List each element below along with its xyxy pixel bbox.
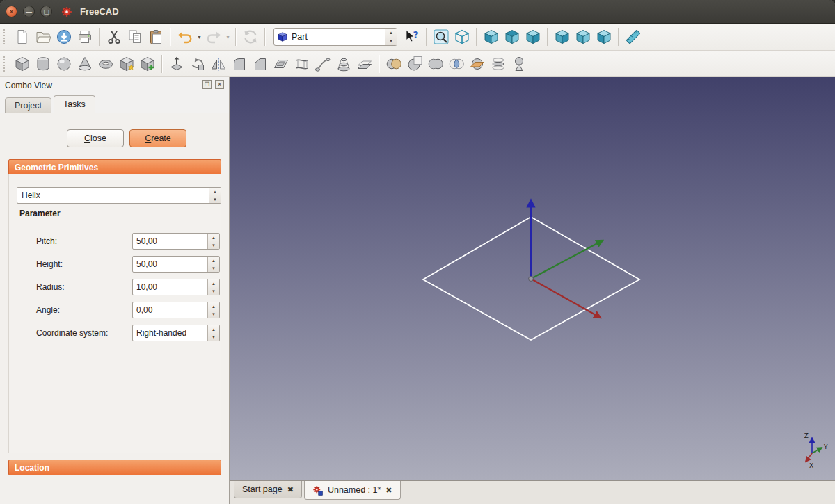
view-left-button[interactable] — [594, 26, 614, 47]
part-section-button[interactable] — [467, 54, 488, 74]
document-tab-label: Start page — [242, 485, 283, 494]
part-extrude-button[interactable] — [166, 54, 187, 74]
undo-button[interactable] — [175, 26, 196, 47]
part-cylinder-button[interactable] — [33, 54, 54, 74]
part-intersection-button[interactable] — [446, 54, 467, 74]
pitch-input[interactable]: 50,00▲▼ — [132, 233, 220, 250]
workbench-selector[interactable]: Part▲▼ — [273, 28, 397, 46]
view-axonometric-button[interactable] — [452, 26, 472, 47]
tab-tasks[interactable]: Tasks — [54, 95, 95, 113]
toolbar-separator — [235, 28, 237, 46]
part-box-button[interactable] — [12, 54, 33, 74]
radius-spin-up[interactable]: ▲ — [208, 279, 219, 287]
height-input[interactable]: 50,00▲▼ — [132, 256, 220, 273]
part-make-face-button[interactable] — [271, 54, 292, 74]
window-maximize-button[interactable]: ▢ — [40, 6, 52, 17]
close-button[interactable]: Close — [67, 129, 124, 147]
part-union-button[interactable] — [425, 54, 446, 74]
view-right-button[interactable] — [523, 26, 543, 47]
pitch-spin-buttons[interactable]: ▲▼ — [207, 234, 219, 249]
fit-all-button[interactable] — [431, 26, 452, 47]
paste-button[interactable] — [145, 26, 166, 47]
window-title: FreeCAD — [80, 6, 119, 17]
part-chamfer-button[interactable] — [250, 54, 271, 74]
undo-dropdown-button[interactable]: ▾ — [196, 26, 203, 47]
radius-input[interactable]: 10,00▲▼ — [132, 279, 220, 295]
coordinate-system-spin-up[interactable]: ▲ — [208, 325, 219, 333]
3d-viewport[interactable]: Z Y X — [230, 77, 835, 480]
view-bottom-button[interactable] — [573, 26, 594, 47]
open-button[interactable] — [33, 26, 54, 47]
radius-spin-buttons[interactable]: ▲▼ — [207, 279, 219, 295]
new-document-button[interactable] — [12, 26, 33, 47]
part-fillet-button[interactable] — [229, 54, 250, 74]
coordinate-system-spin-down[interactable]: ▼ — [208, 333, 219, 341]
angle-spin-down[interactable]: ▼ — [208, 310, 219, 318]
part-primitives-button[interactable] — [116, 54, 137, 74]
view-front-button[interactable] — [481, 26, 502, 47]
view-top-button[interactable] — [502, 26, 523, 47]
combo-view-tabbar: ProjectTasks — [0, 94, 230, 113]
measure-distance-button[interactable] — [623, 26, 644, 47]
whats-this-button[interactable]: ? — [401, 26, 422, 47]
height-spin-down[interactable]: ▼ — [208, 264, 219, 272]
part-mirror-button[interactable] — [208, 54, 229, 74]
coordinate-system-spin-buttons[interactable]: ▲▼ — [207, 325, 219, 341]
height-spin-up[interactable]: ▲ — [208, 257, 219, 264]
copy-icon — [127, 29, 143, 45]
create-button[interactable]: Create — [129, 129, 186, 147]
parameter-row-coordinate-system: Coordinate system:Right-handed▲▼ — [0, 325, 230, 341]
toolbar-drag-handle[interactable] — [3, 56, 8, 72]
part-loft-button[interactable] — [333, 54, 354, 74]
part-offset-button[interactable] — [354, 54, 375, 74]
radius-spin-down[interactable]: ▼ — [208, 287, 219, 295]
print-button[interactable] — [74, 26, 95, 47]
part-cone-button[interactable] — [74, 54, 95, 74]
pitch-spin-down[interactable]: ▼ — [208, 241, 219, 249]
part-boolean-button[interactable] — [383, 54, 404, 74]
redo-dropdown-button[interactable]: ▾ — [224, 26, 232, 47]
origin-point — [529, 277, 534, 282]
close-tab-icon[interactable]: ✖ — [385, 486, 392, 495]
parameter-row-pitch: Pitch:50,00▲▼ — [0, 233, 230, 250]
cut-button[interactable] — [104, 26, 125, 47]
new-document-icon — [14, 29, 31, 45]
toolbar-drag-handle[interactable] — [3, 29, 8, 44]
part-shape-builder-button[interactable] — [137, 54, 158, 74]
angle-spin-up[interactable]: ▲ — [208, 302, 219, 310]
tab-project[interactable]: Project — [5, 97, 51, 113]
part-torus-button[interactable] — [95, 54, 116, 74]
part-ruled-surface-button[interactable] — [292, 54, 312, 74]
coordinate-system-input[interactable]: Right-handed▲▼ — [132, 325, 220, 341]
workbench-selector-arrows[interactable]: ▲▼ — [385, 29, 397, 45]
primitive-type-select[interactable]: Helix ▲▼ — [17, 187, 221, 204]
pitch-spin-up[interactable]: ▲ — [208, 234, 219, 241]
close-tab-icon[interactable]: ✖ — [287, 485, 294, 494]
section-header-geometric-primitives[interactable]: Geometric Primitives — [8, 159, 221, 175]
dock-float-icon[interactable]: ❐ — [202, 80, 212, 89]
part-sphere-button[interactable] — [54, 54, 74, 74]
section-header-location[interactable]: Location — [8, 460, 221, 475]
part-compound-button[interactable] — [509, 54, 530, 74]
part-cut-button[interactable] — [404, 54, 425, 74]
angle-spin-buttons[interactable]: ▲▼ — [207, 302, 219, 318]
window-minimize-button[interactable]: — — [23, 6, 35, 17]
view-rear-button[interactable] — [552, 26, 573, 47]
part-revolve-icon — [189, 56, 206, 72]
copy-button[interactable] — [125, 26, 145, 47]
document-tab-unnamed[interactable]: Unnamed : 1*✖ — [304, 481, 401, 500]
document-tab-start-page[interactable]: Start page✖ — [234, 481, 302, 498]
save-button[interactable] — [54, 26, 74, 47]
part-cross-sections-button[interactable] — [488, 54, 509, 74]
freecad-window: ✕ — ▢ FreeCAD ▾▾Part▲▼? Combo View ❐ ✕ P… — [0, 0, 835, 504]
part-cylinder-icon — [35, 56, 51, 72]
dock-close-icon[interactable]: ✕ — [215, 80, 224, 89]
height-spin-buttons[interactable]: ▲▼ — [207, 257, 219, 272]
freecad-app-icon — [61, 6, 73, 18]
angle-input[interactable]: 0,00▲▼ — [132, 302, 220, 318]
toolbar-separator — [161, 55, 163, 73]
primitive-type-arrows[interactable]: ▲▼ — [209, 188, 221, 203]
window-close-button[interactable]: ✕ — [6, 6, 17, 17]
part-sweep-button[interactable] — [312, 54, 333, 74]
part-revolve-button[interactable] — [187, 54, 208, 74]
